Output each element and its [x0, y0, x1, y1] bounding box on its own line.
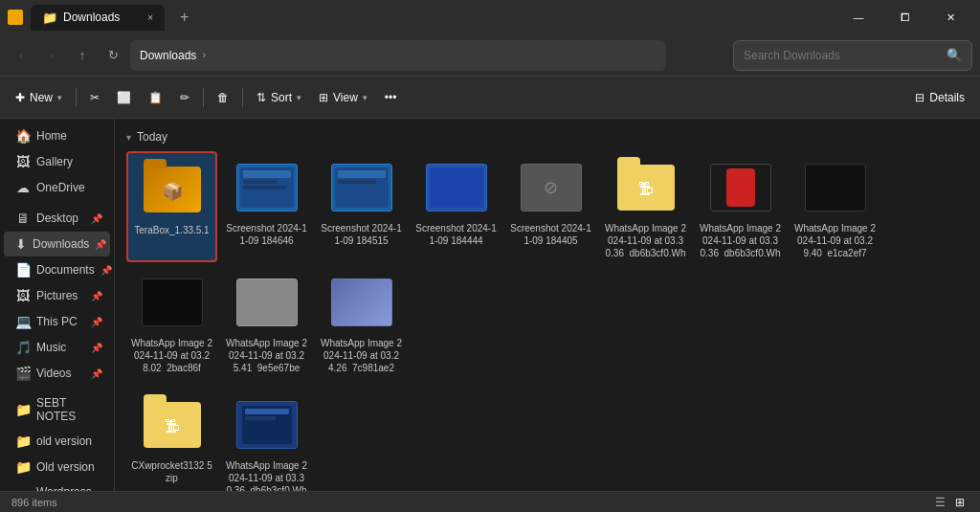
- file-icon-cxw: [142, 394, 203, 456]
- file-item-cxw[interactable]: CXwprocket3132 5zip: [126, 389, 217, 491]
- list-view-button[interactable]: ☰: [931, 494, 949, 511]
- tab-close-button[interactable]: ×: [147, 12, 153, 23]
- file-item-ss4[interactable]: ⊘ Screenshot 2024-11-09 184405: [505, 151, 596, 262]
- sidebar-item-wordpress[interactable]: 📁 Wordpress plug: [4, 480, 110, 491]
- toolbar-separator-3: [242, 88, 243, 107]
- toolbar-separator-2: [203, 88, 204, 107]
- path-chevron: ›: [202, 50, 205, 60]
- sort-label: Sort: [271, 91, 292, 104]
- zip-folder-icon-1: [617, 165, 675, 211]
- file-icon-wa2: [805, 157, 866, 218]
- sort-button[interactable]: ⇅ Sort ▾: [249, 82, 309, 113]
- pin-icon-documents: 📌: [100, 265, 112, 276]
- oldver1-icon: 📁: [15, 434, 31, 449]
- sidebar-label-wordpress: Wordpress plug: [36, 485, 102, 491]
- screenshot-thumb-2: [331, 164, 392, 211]
- file-icon-wa-row2: [236, 394, 298, 456]
- active-tab[interactable]: 📁 Downloads ×: [31, 5, 165, 31]
- file-item-wa2[interactable]: WhatsApp Image 2024-11-09 at 03.29.40_e1…: [790, 151, 880, 262]
- sidebar-item-oldver1[interactable]: 📁 old version: [4, 429, 110, 454]
- file-item-ss1[interactable]: Screenshot 2024-11-09 184646: [221, 151, 312, 262]
- forward-button[interactable]: ›: [38, 42, 65, 69]
- view-icon: ⊞: [319, 91, 328, 104]
- new-tab-button[interactable]: +: [172, 9, 196, 26]
- file-item-wa4[interactable]: WhatsApp Image 2024-11-09 at 03.25.41_9e…: [221, 266, 312, 377]
- sebt-icon: 📁: [15, 402, 31, 417]
- refresh-button[interactable]: ↻: [100, 42, 126, 69]
- file-item-wa5[interactable]: WhatsApp Image 2024-11-09 at 03.24.26_7c…: [316, 266, 407, 377]
- sidebar-label-thispc: This PC: [36, 315, 78, 328]
- file-name-wa4: WhatsApp Image 2024-11-09 at 03.25.41_9e…: [225, 337, 308, 371]
- sidebar-label-oldver2: Old version: [36, 460, 95, 474]
- pin-icon: 📌: [91, 213, 102, 224]
- file-item-terabox[interactable]: 📦 TeraBox_1.33.5.1: [126, 151, 217, 262]
- view-chevron: ▾: [363, 93, 368, 102]
- grid-view-button[interactable]: ⊞: [951, 494, 969, 511]
- copy-button[interactable]: ⬜: [109, 82, 139, 113]
- file-icon-ss1: [236, 157, 298, 218]
- file-item-ss3[interactable]: Screenshot 2024-11-09 184444: [411, 151, 501, 262]
- details-button[interactable]: ⊟ Details: [907, 82, 972, 113]
- file-item-ss2[interactable]: Screenshot 2024-11-09 184515: [316, 151, 407, 262]
- rename-button[interactable]: ✏: [172, 82, 197, 113]
- sidebar-label-sebt: SEBT NOTES: [36, 396, 102, 423]
- details-icon: ⊟: [915, 91, 924, 104]
- file-name-zip1: WhatsApp Image 2024-11-09 at 03.30.36_db…: [604, 222, 687, 256]
- downloads-icon: ⬇: [15, 236, 27, 252]
- file-item-wa3[interactable]: WhatsApp Image 2024-11-09 at 03.28.02_2b…: [126, 266, 217, 377]
- sidebar-item-gallery[interactable]: 🖼 Gallery: [4, 149, 110, 174]
- sidebar-item-music[interactable]: 🎵 Music 📌: [4, 335, 110, 360]
- sidebar-item-documents[interactable]: 📄 Documents 📌: [4, 257, 110, 282]
- home-icon: 🏠: [15, 128, 31, 144]
- sidebar-item-oldver2[interactable]: 📁 Old version: [4, 455, 110, 479]
- sidebar-item-sebt[interactable]: 📁 SEBT NOTES: [4, 391, 110, 428]
- address-pill[interactable]: Downloads ›: [130, 40, 666, 71]
- wa-thumb-row2: [236, 401, 298, 449]
- file-name-wa2: WhatsApp Image 2024-11-09 at 03.29.40_e1…: [793, 222, 877, 256]
- sidebar-item-pictures[interactable]: 🖼 Pictures 📌: [4, 283, 110, 308]
- delete-button[interactable]: 🗑: [210, 82, 236, 113]
- back-button[interactable]: ‹: [8, 42, 34, 69]
- oldver2-icon: 📁: [15, 459, 31, 475]
- file-icon-ss2: [331, 157, 392, 218]
- file-name-ss3: Screenshot 2024-11-09 184444: [414, 222, 498, 247]
- file-name-ss1: Screenshot 2024-11-09 184646: [225, 222, 308, 247]
- file-item-wa-row2[interactable]: WhatsApp Image 2024-11-09 at 03.30.36_db…: [221, 389, 312, 491]
- pictures-icon: 🖼: [15, 288, 31, 303]
- sidebar-item-onedrive[interactable]: ☁ OneDrive: [4, 175, 110, 200]
- more-button[interactable]: •••: [377, 82, 405, 113]
- paste-button[interactable]: 📋: [141, 82, 170, 113]
- file-item-wa1[interactable]: WhatsApp Image 2024-11-09 at 03.30.36_db…: [695, 151, 786, 262]
- maximize-button[interactable]: ⧠: [882, 2, 926, 33]
- sidebar-label-videos: Videos: [36, 367, 71, 380]
- minimize-button[interactable]: —: [836, 2, 880, 33]
- desktop-icon: 🖥: [15, 211, 31, 226]
- new-button[interactable]: ✚ New ▾: [8, 82, 70, 113]
- view-button[interactable]: ⊞ View ▾: [311, 82, 375, 113]
- search-input[interactable]: [744, 49, 941, 62]
- today-files-grid: 📦 TeraBox_1.33.5.1 Screenshot: [126, 151, 969, 377]
- title-bar: 📁 Downloads × + — ⧠ ✕: [0, 0, 980, 34]
- file-icon-wa4: [236, 272, 298, 333]
- sidebar-item-home[interactable]: 🏠 Home: [4, 123, 110, 148]
- cut-button[interactable]: ✂: [82, 82, 107, 113]
- search-box[interactable]: 🔍: [733, 40, 972, 71]
- view-label: View: [333, 91, 358, 104]
- sidebar-item-downloads[interactable]: ⬇ Downloads 📌: [4, 232, 110, 256]
- app-icon: [8, 10, 23, 25]
- sidebar-item-videos[interactable]: 🎬 Videos 📌: [4, 361, 110, 386]
- wa-thumb-2: [805, 164, 866, 211]
- content-area: ▾ Today 📦 TeraBox_1.33.5.1: [115, 119, 980, 491]
- screenshot-thumb-3: [426, 164, 487, 211]
- sidebar-label-downloads: Downloads: [33, 237, 89, 251]
- up-button[interactable]: ↑: [69, 42, 96, 69]
- sidebar-item-thispc[interactable]: 💻 This PC 📌: [4, 309, 110, 334]
- today-files-grid-row2: CXwprocket3132 5zip WhatsApp Image 2024-…: [126, 389, 969, 491]
- close-button[interactable]: ✕: [928, 2, 972, 33]
- pin-icon-downloads: 📌: [95, 239, 106, 250]
- file-item-zip1[interactable]: WhatsApp Image 2024-11-09 at 03.30.36_db…: [600, 151, 691, 262]
- sidebar-item-desktop[interactable]: 🖥 Desktop 📌: [4, 206, 110, 231]
- videos-icon: 🎬: [15, 366, 31, 381]
- toolbar: ✚ New ▾ ✂ ⬜ 📋 ✏ 🗑 ⇅ Sort ▾ ⊞ View ▾ ••• …: [0, 77, 980, 119]
- file-name-wa1: WhatsApp Image 2024-11-09 at 03.30.36_db…: [699, 222, 782, 256]
